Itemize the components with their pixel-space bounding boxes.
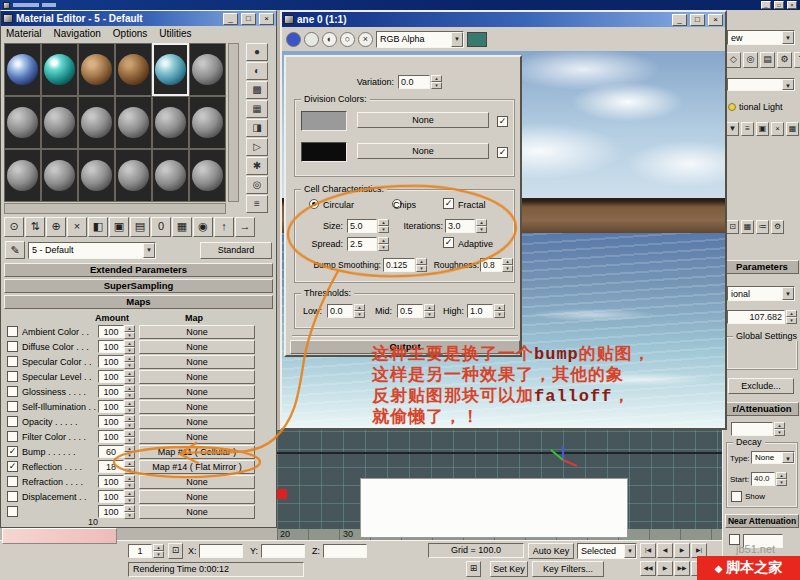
division-color-swatch-2[interactable] xyxy=(301,142,347,162)
minimize-icon[interactable]: _ xyxy=(761,1,771,9)
modifier-stack-item[interactable]: tional Light xyxy=(728,102,783,112)
size-spinner[interactable] xyxy=(378,219,389,233)
alpha-channel-icon[interactable]: ○ xyxy=(340,32,355,47)
menu-navigation[interactable]: Navigation xyxy=(54,28,101,39)
selection-dropdown[interactable]: ▼ xyxy=(727,78,795,91)
mid-field[interactable]: 0.5 xyxy=(397,304,423,318)
prev-key-button[interactable]: ◀◀ xyxy=(640,561,656,576)
make-unique-icon[interactable]: ▣ xyxy=(756,122,769,136)
map-amount-spinner[interactable] xyxy=(124,340,135,353)
render-window-titlebar[interactable]: ane 0 (1:1) _ □ × xyxy=(282,12,725,27)
y-coordinate-field[interactable] xyxy=(261,544,305,558)
roughness-spinner[interactable] xyxy=(502,258,513,272)
material-sample-slot[interactable] xyxy=(41,149,78,202)
material-sample-slot[interactable] xyxy=(189,149,226,202)
channel-select-dropdown[interactable]: RGB Alpha ▼ xyxy=(376,31,464,48)
map-amount-spinner[interactable] xyxy=(124,490,135,503)
map-enable-checkbox[interactable] xyxy=(7,386,18,397)
fractal-checkbox[interactable] xyxy=(443,198,454,209)
lock-selection-icon[interactable]: ⊡ xyxy=(168,543,183,559)
maximize-icon[interactable]: □ xyxy=(241,13,256,25)
spread-field[interactable]: 2.5 xyxy=(347,237,377,251)
maximize-icon[interactable]: □ xyxy=(774,1,784,9)
material-sample-slot[interactable] xyxy=(115,149,152,202)
z-coordinate-field[interactable] xyxy=(323,544,367,558)
decay-type-dropdown[interactable]: None ▼ xyxy=(751,451,795,464)
iterations-field[interactable]: 3.0 xyxy=(445,219,475,233)
show-map-viewport-icon[interactable]: ▦ xyxy=(172,217,192,237)
rollout-extended-parameters[interactable]: Extended Parameters xyxy=(4,263,273,277)
auto-key-button[interactable]: Auto Key xyxy=(528,543,574,559)
minimize-icon[interactable]: _ xyxy=(223,13,238,25)
go-start-button[interactable]: |◀ xyxy=(640,543,656,558)
material-sample-slot[interactable] xyxy=(78,149,115,202)
map-enable-checkbox[interactable] xyxy=(7,461,18,472)
make-unique-icon[interactable]: ▣ xyxy=(109,217,129,237)
map-amount-spinner[interactable] xyxy=(124,430,135,443)
circular-radio[interactable] xyxy=(309,199,319,209)
chevron-down-icon[interactable]: ▼ xyxy=(782,79,794,90)
assign-material-icon[interactable]: ⊕ xyxy=(46,217,66,237)
tab-modify[interactable]: ◎ xyxy=(743,52,758,68)
show-checkbox[interactable] xyxy=(731,491,742,502)
background-color-swatch[interactable] xyxy=(467,32,487,47)
bump-smoothing-spinner[interactable] xyxy=(416,258,427,272)
material-navigator-icon[interactable]: ≡ xyxy=(246,195,268,213)
go-parent-icon[interactable]: ↑ xyxy=(214,217,234,237)
map-amount-field[interactable]: 60 xyxy=(98,445,124,458)
map-amount-field[interactable]: 100 xyxy=(98,475,124,488)
adaptive-checkbox[interactable] xyxy=(443,237,454,248)
background-icon[interactable]: ▩ xyxy=(246,81,268,99)
rollout-near-attenuation[interactable]: Near Attenuation xyxy=(725,514,799,528)
options-icon[interactable]: ✱ xyxy=(246,157,268,175)
menu-material[interactable]: Material xyxy=(6,28,42,39)
material-name-dropdown[interactable]: 5 - Default ▼ xyxy=(28,242,156,259)
material-sample-slot[interactable] xyxy=(4,43,41,96)
save-image-icon[interactable] xyxy=(286,32,301,47)
map-amount-field[interactable]: 100 xyxy=(98,490,124,503)
maximize-icon[interactable]: □ xyxy=(690,14,705,26)
close-icon[interactable]: × xyxy=(708,14,723,26)
decay-start-spinner[interactable] xyxy=(776,472,787,486)
map-amount-spinner[interactable] xyxy=(124,475,135,488)
frame-number-field[interactable]: 1 xyxy=(128,544,152,558)
monochrome-icon[interactable]: ◐ xyxy=(322,32,337,47)
light-type-dropdown[interactable]: ional ▼ xyxy=(727,286,795,301)
map-slot-button[interactable]: None xyxy=(139,340,255,354)
map-amount-spinner[interactable] xyxy=(124,370,135,383)
next-key-button[interactable]: ▶▶ xyxy=(674,561,690,576)
make-preview-icon[interactable]: ▷ xyxy=(246,138,268,156)
map-amount-field[interactable]: 18 xyxy=(98,460,124,473)
map-enable-checkbox[interactable] xyxy=(7,476,18,487)
rollout-parameters[interactable]: Parameters xyxy=(725,260,799,274)
map-slot-button[interactable]: None xyxy=(139,355,255,369)
chevron-down-icon[interactable]: ▼ xyxy=(782,31,794,44)
list-view-icon[interactable]: ≔ xyxy=(756,220,769,234)
video-color-check-icon[interactable]: ◨ xyxy=(246,119,268,137)
division-map-button-1[interactable]: None xyxy=(357,112,489,128)
frame-spinner[interactable] xyxy=(153,544,164,558)
map-slot-button[interactable]: None xyxy=(139,370,255,384)
map-amount-spinner[interactable] xyxy=(124,460,135,473)
map-slot-button[interactable]: None xyxy=(139,475,255,489)
settings-icon[interactable]: ⚙ xyxy=(771,220,784,234)
horizontal-scrollbar[interactable] xyxy=(4,203,226,214)
decay-start-field[interactable]: 40.0 xyxy=(751,472,775,486)
exclude-button[interactable]: Exclude... xyxy=(728,378,794,394)
select-by-material-icon[interactable]: ◎ xyxy=(246,176,268,194)
iterations-spinner[interactable] xyxy=(476,219,487,233)
map-slot-button[interactable]: Map #11 ( Cellular ) xyxy=(139,445,255,459)
map-amount-field[interactable]: 100 xyxy=(98,325,124,338)
close-icon[interactable]: × xyxy=(259,13,274,25)
put-material-icon[interactable]: ⇅ xyxy=(25,217,45,237)
high-spinner[interactable] xyxy=(494,304,505,318)
map-slot-button[interactable]: None xyxy=(139,415,255,429)
menu-utilities[interactable]: Utilities xyxy=(159,28,191,39)
map-slot-button[interactable]: None xyxy=(139,400,255,414)
backlight-icon[interactable]: ◐ xyxy=(246,62,268,80)
map-slot-button[interactable]: None xyxy=(139,430,255,444)
map-slot-button[interactable]: None xyxy=(139,385,255,399)
next-frame-button[interactable]: ▶ xyxy=(674,543,690,558)
material-id-icon[interactable]: 0 xyxy=(151,217,171,237)
division-map-checkbox-2[interactable] xyxy=(497,147,508,158)
